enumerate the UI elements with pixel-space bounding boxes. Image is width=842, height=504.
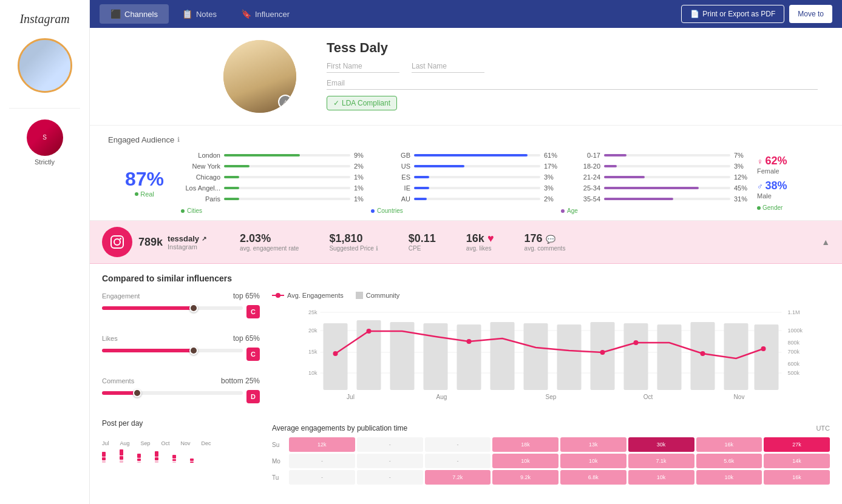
country-track — [414, 176, 540, 178]
comments-label: avg. comments — [525, 245, 566, 252]
country-track — [414, 198, 540, 200]
comments-value: 176 💬 — [525, 232, 555, 245]
svg-text:Oct: Oct — [643, 394, 653, 400]
heatmap-cell: 10k — [628, 470, 694, 485]
heatmap-cell: - — [357, 454, 423, 468]
heatmap-section: Average engagements by publication time … — [272, 424, 830, 485]
heatmap-cell: - — [425, 437, 491, 452]
tab-influencer-label: Influencer — [255, 10, 290, 19]
comments-slider — [102, 391, 243, 395]
svg-rect-30 — [755, 324, 779, 390]
gender-label: Gender — [757, 204, 818, 211]
svg-point-37 — [761, 346, 766, 351]
city-row-chicago: Chicago 1% — [181, 173, 371, 181]
gender-dot — [757, 206, 761, 210]
audience-info-icon: ℹ — [177, 136, 180, 144]
metric-comments: Comments bottom 25% D — [102, 377, 260, 408]
handle-name[interactable]: tessdaly ↗ — [168, 234, 206, 243]
real-label: Real — [135, 190, 154, 198]
heatmap-cell: - — [425, 454, 491, 468]
svg-rect-17 — [324, 323, 348, 390]
svg-rect-27 — [657, 324, 682, 390]
city-label: Chicago — [181, 173, 220, 181]
country-pct: 3% — [544, 173, 561, 181]
svg-text:25k: 25k — [308, 309, 317, 315]
engagement-metric-label: Engagement — [102, 292, 140, 300]
tab-channels[interactable]: ⬛ Channels — [100, 4, 169, 24]
analytics-header: Compared to similar influencers — [102, 274, 830, 283]
city-label: Paris — [181, 195, 220, 203]
heatmap-cell: 5.6k — [696, 454, 762, 468]
cities-dot — [181, 209, 185, 213]
likes-slider — [102, 349, 243, 352]
influencer-name: Tess Daly — [327, 40, 818, 56]
tab-channels-label: Channels — [124, 10, 158, 19]
sidebar-item-label-strictly: Strictly — [35, 158, 55, 166]
svg-point-34 — [600, 350, 605, 355]
lda-label: LDA Compliant — [342, 99, 390, 107]
engagement-rate-label: avg. engagement rate — [240, 245, 299, 252]
last-name-field[interactable]: Last Name — [412, 62, 484, 73]
heatmap-title: Average engagements by publication time — [272, 424, 407, 432]
age-pct: 7% — [734, 152, 751, 159]
first-name-field[interactable]: First Name — [327, 62, 399, 73]
countries-label: Countries — [371, 207, 561, 214]
post-per-day-label: Post per day — [102, 419, 260, 428]
influencer-header: ⚠ Tess Daly First Name Last Name Email ✓… — [90, 28, 842, 126]
sidebar-item-strictly[interactable]: S Strictly — [27, 119, 63, 166]
country-label: ES — [371, 173, 410, 181]
country-track — [414, 165, 540, 167]
svg-point-31 — [333, 351, 338, 356]
tab-influencer[interactable]: 🔖 Influencer — [230, 4, 300, 24]
svg-text:Aug: Aug — [436, 394, 447, 400]
lda-badge: ✓ LDA Compliant — [327, 96, 397, 110]
collapse-button[interactable]: ▲ — [821, 237, 830, 247]
tab-notes-label: Notes — [196, 10, 217, 19]
heatmap-cell: - — [289, 470, 355, 485]
stat-price: $1,810 Suggested Price ℹ — [329, 232, 378, 252]
comments-metric-value: bottom 25% — [221, 377, 260, 385]
countries-bars: GB 61% US 17% ES 3% — [371, 152, 561, 203]
heatmap-header: Average engagements by publication time … — [272, 424, 830, 432]
notes-icon: 📋 — [182, 9, 192, 19]
legend-community-label: Community — [366, 292, 400, 299]
analytics-grid: Engagement top 65% C — [102, 292, 830, 485]
svg-text:700k: 700k — [788, 349, 800, 355]
heatmap-cell: 30k — [628, 437, 694, 452]
move-button[interactable]: Move to — [789, 5, 832, 23]
age-label: 18-20 — [561, 163, 600, 170]
heatmap-cell: 6.8k — [560, 470, 626, 485]
legend-avg-label: Avg. Engagements — [287, 292, 344, 299]
age-bars: 0-17 7% 18-20 3% 21-24 12% — [561, 152, 751, 203]
age-pct: 31% — [734, 195, 751, 203]
svg-text:1000k: 1000k — [788, 328, 803, 334]
heatmap-cell: 7.1k — [628, 454, 694, 468]
heatmap-cell: - — [289, 454, 355, 468]
gender-col: ♀ 62% Female ♂ 38% Male Gender — [751, 152, 824, 214]
age-row-2534: 25-34 45% — [561, 184, 751, 192]
export-button[interactable]: 📄 Print or Export as PDF — [681, 5, 784, 23]
email-field[interactable]: Email — [327, 79, 818, 90]
chart-legend: Avg. Engagements Community — [272, 292, 830, 299]
tab-notes[interactable]: 📋 Notes — [171, 4, 228, 24]
top-nav: ⬛ Channels 📋 Notes 🔖 Influencer 📄 Print … — [90, 0, 842, 28]
engagement-metric-value: top 65% — [233, 292, 260, 300]
svg-rect-25 — [591, 322, 615, 390]
country-pct: 17% — [544, 163, 561, 170]
heatmap-cell: 16k — [764, 470, 830, 485]
nav-actions: 📄 Print or Export as PDF Move to — [681, 5, 832, 23]
sidebar-profile-avatar[interactable] — [18, 38, 72, 93]
audience-title-text: Engaged Audience — [108, 135, 174, 144]
channel-row: 789k tessdaly ↗ Instagram 2.03% avg. eng… — [90, 221, 842, 264]
female-label: Female — [757, 167, 818, 175]
move-label: Move to — [798, 10, 824, 18]
post-per-day: Post per day JulAugSepOctNovDec — [102, 419, 260, 463]
export-icon: 📄 — [690, 10, 699, 18]
heatmap-row-tu: Tu — [272, 470, 287, 485]
male-label: Male — [757, 192, 818, 200]
male-pct: 38% — [765, 180, 787, 192]
likes-metric-label: Likes — [102, 335, 118, 342]
cpe-label: CPE — [409, 245, 421, 252]
age-dot — [561, 209, 565, 213]
city-pct: 1% — [354, 195, 371, 203]
